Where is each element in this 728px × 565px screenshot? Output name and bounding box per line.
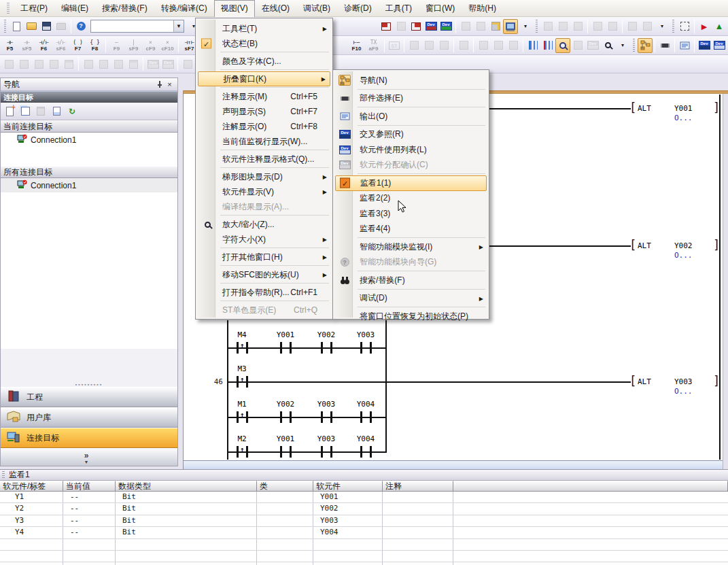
menu-item-监看44[interactable]: 监看4(4)	[334, 222, 487, 237]
submenu-arrow-icon: ▶	[323, 26, 327, 32]
rising-pulse-icon: ↑	[240, 411, 245, 420]
submenu-arrow-icon: ▶	[479, 295, 483, 301]
contact-bar[interactable]	[246, 446, 248, 458]
ladder-wire	[228, 381, 631, 383]
menu-item-工具栏T[interactable]: 工具栏(T)▶	[197, 21, 331, 36]
device-label: Y004	[350, 434, 381, 443]
contact-bar[interactable]	[290, 411, 292, 423]
menu-item-软元件使用列表L[interactable]: Dev软元件使用列表(L)	[334, 142, 487, 158]
chip-icon	[339, 93, 351, 104]
view-menu: 工具栏(T)▶✓状态栏(B)颜色及字体(C)...折叠窗口(K)▶注释显示(M)…	[195, 18, 333, 320]
device-comment: O...	[674, 251, 693, 260]
device-label: Y002	[311, 330, 342, 339]
menu-item-导航N[interactable]: 导航(N)	[334, 73, 487, 88]
menu-item-放大缩小Z[interactable]: 放大/缩小(Z)...	[197, 217, 331, 232]
contact-bar[interactable]	[246, 376, 248, 388]
contact-bar[interactable]	[290, 446, 292, 458]
contact-bar[interactable]	[330, 342, 332, 354]
menu-item-梯形图块显示D[interactable]: 梯形图块显示(D)▶	[197, 169, 331, 184]
menu-item-调试D[interactable]: 调试(D)▶	[334, 291, 487, 307]
binoculars-icon	[339, 275, 351, 286]
contact-bar[interactable]	[330, 446, 332, 458]
nav-tree-icon	[339, 75, 351, 86]
menu-item-字符大小X[interactable]: 字符大小(X)▶	[197, 232, 331, 247]
device-label: Y001	[270, 434, 301, 443]
menu-item-当前值监视行显示W[interactable]: 当前值监视行显示(W)...	[197, 134, 331, 149]
rung-number: 46	[203, 377, 223, 386]
contact-bar[interactable]	[246, 342, 248, 354]
menu-item-软元件显示V[interactable]: 软元件显示(V)▶	[197, 184, 331, 199]
contact-bar[interactable]	[280, 411, 282, 423]
contact-bar[interactable]	[280, 446, 282, 458]
device-label: Y003	[311, 400, 342, 409]
instruction-operand[interactable]: Y003	[674, 377, 693, 386]
contact-bar[interactable]	[237, 376, 239, 388]
contact-bar[interactable]	[246, 411, 248, 423]
instruction-bracket: [	[629, 239, 636, 251]
contact-bar[interactable]	[321, 342, 323, 354]
output-icon	[339, 111, 351, 122]
contact-bar[interactable]	[360, 342, 362, 354]
instruction-bracket: [	[629, 375, 636, 387]
device-label: Y003	[350, 330, 381, 339]
menu-item-交叉参照R[interactable]: Dev交叉参照(R)	[334, 127, 487, 143]
menu-item-输出O[interactable]: 输出(O)	[334, 109, 487, 124]
menu-item-将窗口位置恢复为初始状态P[interactable]: 将窗口位置恢复为初始状态(P)	[334, 309, 487, 324]
contact-bar[interactable]	[360, 411, 362, 423]
menu-item-折叠窗口K[interactable]: 折叠窗口(K)▶	[198, 71, 330, 86]
menu-item-注释显示M[interactable]: 注释显示(M)Ctrl+F5	[197, 89, 331, 104]
instruction-bracket: [	[629, 102, 636, 114]
ladder-vertical-wire	[385, 320, 387, 453]
menu-item-软元件分配确认C[interactable]: Dev软元件分配确认(C)	[334, 158, 487, 173]
contact-bar[interactable]	[321, 411, 323, 423]
submenu-arrow-icon: ▶	[479, 244, 483, 250]
menu-item-状态栏B[interactable]: ✓状态栏(B)	[197, 36, 331, 51]
instruction-name[interactable]: ALT	[638, 377, 651, 386]
device-label: Y001	[270, 330, 301, 339]
menu-item-打开指令帮助R[interactable]: 打开指令帮助(R)...Ctrl+F1	[197, 285, 331, 300]
menu-item-智能功能模块向导G[interactable]: ?智能功能模块向导(G)	[334, 255, 487, 271]
contact-bar[interactable]	[237, 411, 239, 423]
menu-item-ST单色显示E[interactable]: ST单色显示(E)Ctrl+Q	[197, 303, 331, 318]
contact-bar[interactable]	[370, 446, 372, 458]
menu-item-监看11[interactable]: ✓监看1(1)	[335, 175, 487, 191]
contact-bar[interactable]	[370, 342, 372, 354]
rising-pulse-icon: ↑	[240, 375, 245, 384]
ladder-wire	[228, 451, 386, 453]
contact-bar[interactable]	[237, 446, 239, 458]
instruction-operand[interactable]: Y002	[674, 241, 693, 250]
contact-bar[interactable]	[321, 446, 323, 458]
device-label: M3	[226, 364, 258, 373]
rising-pulse-icon: ↑	[240, 445, 245, 454]
instruction-bracket: ]	[713, 375, 720, 387]
menu-item-移动SFC图的光标U[interactable]: 移动SFC图的光标(U)▶	[197, 267, 331, 282]
contact-bar[interactable]	[360, 446, 362, 458]
device-label: Y003	[311, 434, 342, 443]
zoom-icon	[201, 219, 213, 230]
instruction-operand[interactable]: Y001	[674, 104, 693, 113]
submenu-arrow-icon: ▶	[323, 272, 327, 278]
submenu-arrow-icon: ▶	[323, 254, 327, 260]
menu-item-搜索替换F[interactable]: 搜索/替换(F)	[334, 273, 487, 288]
menu-item-软元件注释显示格式Q[interactable]: 软元件注释显示格式(Q)...	[197, 152, 331, 167]
submenu-arrow-icon: ▶	[323, 174, 327, 180]
menu-item-打开其他窗口H[interactable]: 打开其他窗口(H)▶	[197, 250, 331, 264]
contact-bar[interactable]	[370, 411, 372, 423]
gx-works2-window: 工程(P)编辑(E)搜索/替换(F)转换/编译(C)视图(V)在线(O)调试(B…	[0, 0, 728, 565]
ladder-wire	[228, 417, 386, 418]
instruction-name[interactable]: ALT	[638, 104, 651, 113]
menu-item-部件选择E[interactable]: 部件选择(E)	[334, 91, 487, 107]
menu-item-监看22[interactable]: 监看2(2)	[334, 191, 487, 207]
instruction-name[interactable]: ALT	[638, 241, 651, 250]
contact-bar[interactable]	[290, 342, 292, 354]
menu-item-声明显示S[interactable]: 声明显示(S)Ctrl+F7	[197, 104, 331, 119]
dev-gray-icon: Dev	[339, 160, 351, 171]
contact-bar[interactable]	[280, 342, 282, 354]
menu-item-颜色及字体C[interactable]: 颜色及字体(C)...	[197, 54, 331, 69]
menu-item-编译结果显示A[interactable]: 编译结果显示(A)...	[197, 199, 331, 214]
menu-item-智能功能模块监视I[interactable]: 智能功能模块监视(I)▶	[334, 239, 487, 255]
menu-item-监看33[interactable]: 监看3(3)	[334, 206, 487, 222]
contact-bar[interactable]	[237, 342, 239, 354]
contact-bar[interactable]	[330, 411, 332, 423]
menu-item-注解显示O[interactable]: 注解显示(O)Ctrl+F8	[197, 119, 331, 134]
